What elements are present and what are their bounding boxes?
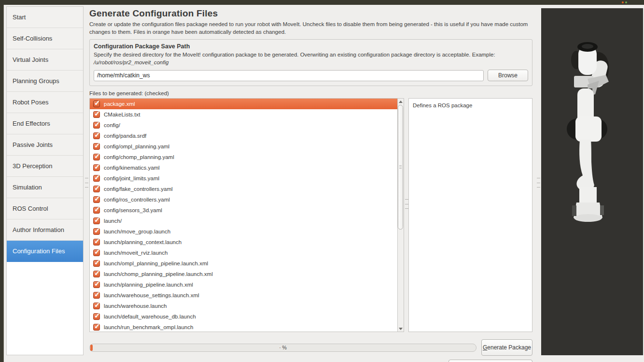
file-row[interactable]: launch/warehouse.launch [90, 301, 404, 311]
sidebar-item-label: Configuration Files [13, 247, 65, 255]
progress-percent-label: · % [90, 345, 476, 350]
file-row[interactable]: CMakeLists.txt [90, 109, 404, 120]
scroll-up-icon[interactable] [398, 99, 404, 104]
checkbox-checked-icon[interactable] [93, 154, 100, 160]
desktop-left-edge [0, 5, 4, 362]
sidebar-item-label: Planning Groups [13, 77, 59, 85]
sidebar-item[interactable]: Start [7, 7, 83, 28]
file-list: package.xml CMakeLists.txt config/ confi… [89, 98, 404, 332]
file-row[interactable]: launch/move_group.launch [90, 226, 404, 237]
file-row[interactable]: config/ompl_planning.yaml [90, 141, 404, 152]
file-name: launch/default_warehouse_db.launch [104, 314, 196, 319]
checkbox-checked-icon[interactable] [93, 164, 100, 171]
browse-button[interactable]: Browse [488, 70, 528, 81]
scroll-down-icon[interactable] [398, 326, 404, 332]
file-row[interactable]: launch/ompl_planning_pipeline.launch.xml [90, 258, 404, 269]
file-row[interactable]: launch/chomp_planning_pipeline.launch.xm… [90, 269, 404, 279]
file-row[interactable]: config/joint_limits.yaml [90, 173, 404, 184]
sidebar-item-label: Start [13, 14, 26, 21]
sidebar-item-label: ROS Control [13, 205, 48, 212]
files-content-row: package.xml CMakeLists.txt config/ confi… [89, 98, 532, 332]
checkbox-checked-icon[interactable] [93, 143, 100, 150]
file-name: config/ompl_planning.yaml [104, 144, 169, 149]
file-row[interactable]: package.xml [90, 99, 404, 109]
checkbox-checked-icon[interactable] [93, 260, 100, 267]
file-row[interactable]: config/kinematics.yaml [90, 162, 404, 173]
sidebar-item[interactable]: 3D Perception [7, 156, 83, 177]
path-row: Browse [94, 70, 528, 81]
checkbox-checked-icon[interactable] [93, 324, 100, 331]
checkbox-checked-icon[interactable] [93, 132, 100, 139]
checkbox-checked-icon[interactable] [93, 239, 100, 246]
robot-3d-view[interactable] [541, 8, 643, 355]
file-row[interactable]: config/panda.srdf [90, 130, 404, 141]
file-row[interactable]: config/chomp_planning.yaml [90, 152, 404, 162]
checkbox-checked-icon[interactable] [93, 196, 100, 203]
browse-button-label: Browse [498, 72, 518, 79]
checkbox-checked-icon[interactable] [93, 175, 100, 182]
checkbox-checked-icon[interactable] [93, 271, 100, 277]
file-row[interactable]: config/ros_controllers.yaml [90, 194, 404, 205]
checkbox-checked-icon[interactable] [93, 122, 100, 129]
file-name: config/fake_controllers.yaml [104, 186, 173, 192]
scrollbar-thumb[interactable] [398, 105, 403, 230]
save-path-example: /u/robot/ros/pr2_moveit_config [94, 59, 168, 65]
file-name: package.xml [104, 101, 135, 107]
sidebar-item-label: Self-Collisions [13, 35, 52, 42]
footer-row: · % Generate Package [89, 339, 532, 356]
sidebar-item[interactable]: End Effectors [7, 113, 83, 134]
sidebar-item-label: Passive Joints [13, 141, 53, 148]
exit-setup-assistant-button[interactable]: Exit Setup Assistant [448, 360, 532, 362]
sidebar-item[interactable]: Configuration Files [7, 241, 83, 262]
save-path-input[interactable] [94, 70, 484, 81]
file-row[interactable]: config/fake_controllers.yaml [90, 184, 404, 194]
checkbox-checked-icon[interactable] [93, 207, 100, 214]
sidebar-item[interactable]: Simulation [7, 177, 83, 198]
files-to-generate-label: Files to be generated: (checked) [89, 90, 532, 96]
file-row[interactable]: launch/planning_pipeline.launch.xml [90, 279, 404, 290]
sidebar-item[interactable]: Robot Poses [7, 92, 83, 113]
file-name: config/panda.srdf [104, 133, 146, 139]
indicator-dot-icon [625, 1, 627, 3]
file-row[interactable]: config/sensors_3d.yaml [90, 205, 404, 216]
file-name: config/ [104, 122, 120, 128]
checkbox-checked-icon[interactable] [93, 281, 100, 288]
checkbox-checked-icon[interactable] [93, 111, 100, 118]
sidebar-item[interactable]: Virtual Joints [7, 49, 83, 71]
file-row[interactable]: launch/run_benchmark_ompl.launch [90, 322, 404, 332]
file-name: launch/moveit_rviz.launch [104, 250, 168, 256]
file-name: config/ros_controllers.yaml [104, 197, 170, 203]
checkbox-checked-icon[interactable] [93, 313, 100, 320]
checkbox-checked-icon[interactable] [93, 101, 100, 107]
file-row[interactable]: launch/moveit_rviz.launch [90, 247, 404, 258]
file-row[interactable]: launch/ [90, 216, 404, 226]
sidebar-item[interactable]: Self-Collisions [7, 28, 83, 49]
file-list-scrollbar[interactable] [397, 99, 404, 332]
generate-package-label: Generate Package [483, 344, 531, 351]
sidebar-item[interactable]: Author Information [7, 219, 83, 241]
file-row[interactable]: config/ [90, 120, 404, 130]
file-name: launch/ompl_planning_pipeline.launch.xml [104, 261, 208, 266]
file-row[interactable]: launch/default_warehouse_db.launch [90, 311, 404, 322]
generate-package-button[interactable]: Generate Package [481, 339, 532, 356]
checkbox-checked-icon[interactable] [93, 249, 100, 256]
groupbox-description: Specify the desired directory for the Mo… [94, 51, 528, 66]
checkbox-checked-icon[interactable] [93, 186, 100, 192]
file-row[interactable]: launch/planning_context.launch [90, 237, 404, 247]
sidebar-item[interactable]: Planning Groups [7, 71, 83, 92]
splitter-handle[interactable] [85, 178, 88, 188]
checkbox-checked-icon[interactable] [93, 292, 100, 299]
splitter-handle[interactable] [537, 178, 540, 188]
save-path-description: Specify the desired directory for the Mo… [94, 52, 495, 58]
desktop-top-bar [0, 0, 644, 5]
sidebar-item[interactable]: ROS Control [7, 198, 83, 219]
checkbox-checked-icon[interactable] [93, 217, 100, 224]
sidebar-item[interactable]: Passive Joints [7, 134, 83, 156]
checkbox-checked-icon[interactable] [93, 228, 100, 235]
file-name: config/sensors_3d.yaml [104, 207, 162, 213]
footer-row-2: Exit Setup Assistant [89, 360, 532, 362]
generation-progress-bar: · % [89, 344, 476, 352]
file-name: launch/planning_pipeline.launch.xml [104, 282, 193, 288]
checkbox-checked-icon[interactable] [93, 303, 100, 309]
file-row[interactable]: launch/warehouse_settings.launch.xml [90, 290, 404, 301]
